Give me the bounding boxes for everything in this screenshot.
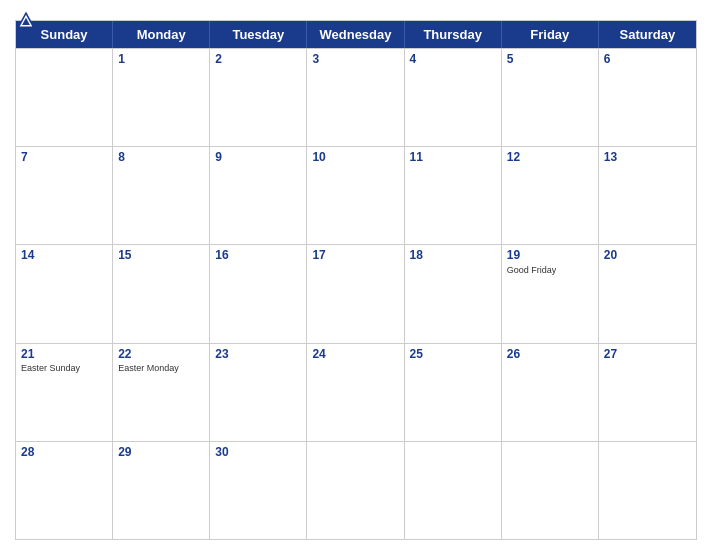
header-friday: Friday — [502, 21, 599, 48]
day-number: 13 — [604, 150, 691, 166]
day-number: 18 — [410, 248, 496, 264]
day-number: 27 — [604, 347, 691, 363]
calendar-cell — [599, 442, 696, 539]
calendar-cell — [16, 49, 113, 146]
day-number: 14 — [21, 248, 107, 264]
header-saturday: Saturday — [599, 21, 696, 48]
calendar-week-1: 123456 — [16, 48, 696, 146]
calendar-week-2: 78910111213 — [16, 146, 696, 244]
calendar-week-4: 21Easter Sunday22Easter Monday2324252627 — [16, 343, 696, 441]
day-number: 8 — [118, 150, 204, 166]
header-monday: Monday — [113, 21, 210, 48]
holiday-name: Easter Sunday — [21, 363, 107, 374]
calendar-cell: 3 — [307, 49, 404, 146]
calendar-week-3: 141516171819Good Friday20 — [16, 244, 696, 342]
holiday-name: Easter Monday — [118, 363, 204, 374]
calendar-cell — [502, 442, 599, 539]
logo — [15, 10, 39, 32]
calendar-cell — [307, 442, 404, 539]
day-number: 1 — [118, 52, 204, 68]
calendar-page: Sunday Monday Tuesday Wednesday Thursday… — [0, 0, 712, 550]
calendar-cell: 16 — [210, 245, 307, 342]
calendar-cell: 17 — [307, 245, 404, 342]
calendar-cell: 24 — [307, 344, 404, 441]
day-number: 20 — [604, 248, 691, 264]
calendar-cell: 27 — [599, 344, 696, 441]
calendar-cell: 9 — [210, 147, 307, 244]
day-number: 16 — [215, 248, 301, 264]
day-number: 24 — [312, 347, 398, 363]
calendar-cell: 18 — [405, 245, 502, 342]
calendar-cell: 6 — [599, 49, 696, 146]
day-number: 7 — [21, 150, 107, 166]
calendar-cell: 13 — [599, 147, 696, 244]
header-wednesday: Wednesday — [307, 21, 404, 48]
holiday-name: Good Friday — [507, 265, 593, 276]
calendar-cell: 19Good Friday — [502, 245, 599, 342]
calendar-cell: 21Easter Sunday — [16, 344, 113, 441]
calendar-cell: 12 — [502, 147, 599, 244]
header-tuesday: Tuesday — [210, 21, 307, 48]
calendar-cell: 10 — [307, 147, 404, 244]
day-number: 9 — [215, 150, 301, 166]
calendar-cell: 8 — [113, 147, 210, 244]
logo-icon — [15, 10, 37, 32]
day-number: 3 — [312, 52, 398, 68]
day-number: 15 — [118, 248, 204, 264]
calendar-cell: 11 — [405, 147, 502, 244]
day-number: 12 — [507, 150, 593, 166]
calendar-header: Sunday Monday Tuesday Wednesday Thursday… — [16, 21, 696, 48]
day-number: 21 — [21, 347, 107, 363]
day-number: 23 — [215, 347, 301, 363]
calendar-grid: Sunday Monday Tuesday Wednesday Thursday… — [15, 20, 697, 540]
calendar-cell — [405, 442, 502, 539]
calendar-cell: 4 — [405, 49, 502, 146]
day-number: 29 — [118, 445, 204, 461]
day-number: 10 — [312, 150, 398, 166]
day-number: 30 — [215, 445, 301, 461]
calendar-cell: 30 — [210, 442, 307, 539]
day-number: 22 — [118, 347, 204, 363]
page-header — [15, 10, 697, 20]
day-number: 26 — [507, 347, 593, 363]
day-number: 28 — [21, 445, 107, 461]
calendar-week-5: 282930 — [16, 441, 696, 539]
day-number: 4 — [410, 52, 496, 68]
day-number: 11 — [410, 150, 496, 166]
calendar-cell: 29 — [113, 442, 210, 539]
day-number: 6 — [604, 52, 691, 68]
day-number: 25 — [410, 347, 496, 363]
calendar-cell: 26 — [502, 344, 599, 441]
day-number: 17 — [312, 248, 398, 264]
calendar-cell: 5 — [502, 49, 599, 146]
header-thursday: Thursday — [405, 21, 502, 48]
day-number: 19 — [507, 248, 593, 264]
calendar-cell: 25 — [405, 344, 502, 441]
calendar-cell: 28 — [16, 442, 113, 539]
calendar-cell: 7 — [16, 147, 113, 244]
calendar-cell: 20 — [599, 245, 696, 342]
day-number: 5 — [507, 52, 593, 68]
calendar-cell: 23 — [210, 344, 307, 441]
calendar-cell: 15 — [113, 245, 210, 342]
calendar-cell: 1 — [113, 49, 210, 146]
calendar-body: 12345678910111213141516171819Good Friday… — [16, 48, 696, 539]
day-number: 2 — [215, 52, 301, 68]
calendar-cell: 22Easter Monday — [113, 344, 210, 441]
calendar-cell: 14 — [16, 245, 113, 342]
calendar-cell: 2 — [210, 49, 307, 146]
